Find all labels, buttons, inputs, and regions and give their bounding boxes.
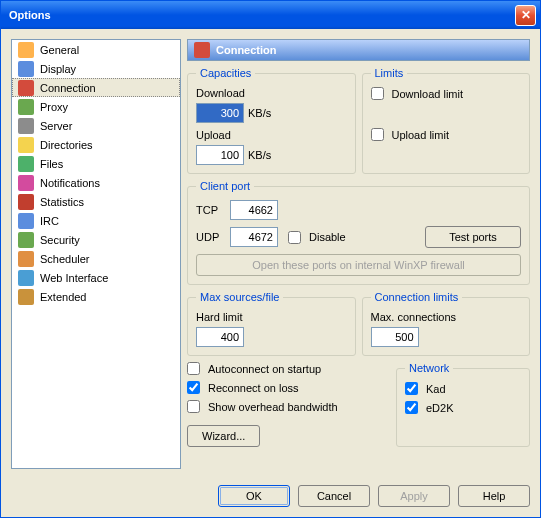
sidebar-item-label: Connection <box>40 82 96 94</box>
autoconnect-checkbox[interactable] <box>187 362 200 375</box>
maxconn-input[interactable] <box>371 327 419 347</box>
window-title: Options <box>5 9 515 21</box>
hardlimit-input[interactable] <box>196 327 244 347</box>
upload-label: Upload <box>196 129 347 141</box>
web-interface-icon <box>18 270 34 286</box>
cancel-button[interactable]: Cancel <box>298 485 370 507</box>
download-unit: KB/s <box>248 107 271 119</box>
files-icon <box>18 156 34 172</box>
dialog-buttons: OK Cancel Apply Help <box>1 479 540 517</box>
ed2k-checkbox[interactable] <box>405 401 418 414</box>
directories-icon <box>18 137 34 153</box>
sidebar-item-security[interactable]: Security <box>12 230 180 249</box>
udp-disable-label: Disable <box>309 231 346 243</box>
kad-label: Kad <box>426 383 446 395</box>
sidebar-item-label: Web Interface <box>40 272 108 284</box>
sidebar-item-web-interface[interactable]: Web Interface <box>12 268 180 287</box>
maxsources-group: Max sources/file Hard limit <box>187 291 356 356</box>
maxsources-legend: Max sources/file <box>196 291 283 303</box>
clientport-legend: Client port <box>196 180 254 192</box>
sidebar-item-label: Extended <box>40 291 86 303</box>
sidebar-item-server[interactable]: Server <box>12 116 180 135</box>
sidebar-item-label: General <box>40 44 79 56</box>
sidebar-item-label: Server <box>40 120 72 132</box>
sidebar-item-label: Proxy <box>40 101 68 113</box>
security-icon <box>18 232 34 248</box>
clientport-group: Client port TCP UDP Disable Test ports O… <box>187 180 530 285</box>
server-icon <box>18 118 34 134</box>
sidebar-item-files[interactable]: Files <box>12 154 180 173</box>
sidebar-item-statistics[interactable]: Statistics <box>12 192 180 211</box>
network-legend: Network <box>405 362 453 374</box>
udp-label: UDP <box>196 231 226 243</box>
firewall-button[interactable]: Open these ports on internal WinXP firew… <box>196 254 521 276</box>
sidebar-item-label: Display <box>40 63 76 75</box>
sidebar-item-directories[interactable]: Directories <box>12 135 180 154</box>
upload-limit-checkbox[interactable] <box>371 128 384 141</box>
irc-icon <box>18 213 34 229</box>
autoconnect-label: Autoconnect on startup <box>208 363 321 375</box>
sidebar-item-display[interactable]: Display <box>12 59 180 78</box>
test-ports-button[interactable]: Test ports <box>425 226 521 248</box>
titlebar: Options ✕ <box>1 1 540 29</box>
content-panel: Connection Capacities Download KB/s Uplo… <box>187 39 530 469</box>
sidebar-item-connection[interactable]: Connection <box>12 78 180 97</box>
sidebar-item-scheduler[interactable]: Scheduler <box>12 249 180 268</box>
wizard-button[interactable]: Wizard... <box>187 425 260 447</box>
sidebar-item-general[interactable]: General <box>12 40 180 59</box>
sidebar-item-irc[interactable]: IRC <box>12 211 180 230</box>
apply-button[interactable]: Apply <box>378 485 450 507</box>
tcp-input[interactable] <box>230 200 278 220</box>
ed2k-label: eD2K <box>426 402 454 414</box>
udp-input[interactable] <box>230 227 278 247</box>
connlimits-group: Connection limits Max. connections <box>362 291 531 356</box>
proxy-icon <box>18 99 34 115</box>
sidebar-item-label: Scheduler <box>40 253 90 265</box>
extended-icon <box>18 289 34 305</box>
statistics-icon <box>18 194 34 210</box>
sidebar-item-proxy[interactable]: Proxy <box>12 97 180 116</box>
sidebar: GeneralDisplayConnectionProxyServerDirec… <box>11 39 181 469</box>
section-title: Connection <box>216 44 277 56</box>
connlimits-legend: Connection limits <box>371 291 463 303</box>
sidebar-item-label: Security <box>40 234 80 246</box>
udp-disable-checkbox[interactable] <box>288 231 301 244</box>
reconnect-checkbox[interactable] <box>187 381 200 394</box>
maxconn-label: Max. connections <box>371 311 522 323</box>
overhead-label: Show overhead bandwidth <box>208 401 338 413</box>
sidebar-item-label: Statistics <box>40 196 84 208</box>
sidebar-item-label: Notifications <box>40 177 100 189</box>
sidebar-item-label: Directories <box>40 139 93 151</box>
ok-button[interactable]: OK <box>218 485 290 507</box>
notifications-icon <box>18 175 34 191</box>
capacities-legend: Capacities <box>196 67 255 79</box>
upload-limit-label: Upload limit <box>392 129 449 141</box>
body: GeneralDisplayConnectionProxyServerDirec… <box>1 29 540 479</box>
close-icon[interactable]: ✕ <box>515 5 536 26</box>
download-input[interactable] <box>196 103 244 123</box>
kad-checkbox[interactable] <box>405 382 418 395</box>
download-limit-checkbox[interactable] <box>371 87 384 100</box>
connection-icon <box>18 80 34 96</box>
section-header: Connection <box>187 39 530 61</box>
options-window: Options ✕ GeneralDisplayConnectionProxyS… <box>0 0 541 518</box>
download-label: Download <box>196 87 347 99</box>
scheduler-icon <box>18 251 34 267</box>
display-icon <box>18 61 34 77</box>
reconnect-label: Reconnect on loss <box>208 382 299 394</box>
download-limit-label: Download limit <box>392 88 464 100</box>
sidebar-item-label: Files <box>40 158 63 170</box>
help-button[interactable]: Help <box>458 485 530 507</box>
limits-group: Limits Download limit Upload limit <box>362 67 531 174</box>
general-icon <box>18 42 34 58</box>
network-group: Network Kad eD2K <box>396 362 530 447</box>
upload-unit: KB/s <box>248 149 271 161</box>
limits-legend: Limits <box>371 67 408 79</box>
sidebar-item-extended[interactable]: Extended <box>12 287 180 306</box>
capacities-group: Capacities Download KB/s Upload KB/s <box>187 67 356 174</box>
sidebar-item-notifications[interactable]: Notifications <box>12 173 180 192</box>
connection-icon <box>194 42 210 58</box>
hardlimit-label: Hard limit <box>196 311 347 323</box>
upload-input[interactable] <box>196 145 244 165</box>
overhead-checkbox[interactable] <box>187 400 200 413</box>
